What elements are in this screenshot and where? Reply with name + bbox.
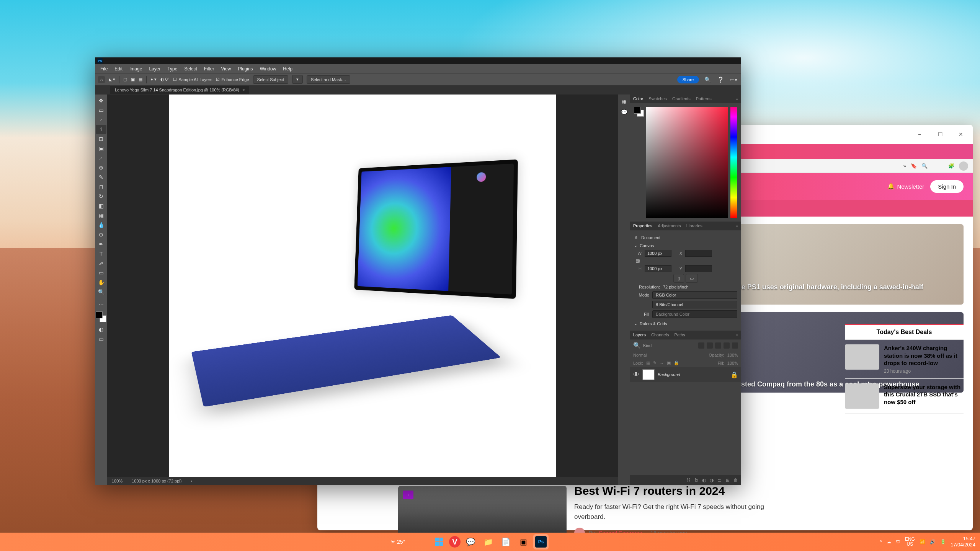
ps-titlebar[interactable]: Ps (95, 57, 741, 64)
filter-adjustment-icon[interactable] (707, 342, 713, 349)
hue-slider[interactable] (730, 107, 737, 218)
selection-mode-subtract-icon[interactable]: ▤ (139, 77, 142, 82)
maximize-button[interactable]: ☐ (931, 128, 949, 140)
menu-select[interactable]: Select (181, 65, 200, 72)
clock[interactable]: 15:47 17/04/2024 (951, 536, 975, 548)
close-tab-icon[interactable]: × (242, 88, 245, 92)
weather-widget[interactable]: ☀25° (390, 539, 405, 545)
battery-tray-icon[interactable]: 🔋 (940, 539, 946, 544)
collapsed-panel-icon[interactable]: ▦ (619, 97, 629, 106)
crop-tool-icon[interactable]: ⊡ (96, 134, 106, 143)
security-tray-icon[interactable]: 🛡 (896, 539, 900, 544)
filter-smart-icon[interactable] (732, 342, 738, 349)
menu-help[interactable]: Help (280, 65, 296, 72)
visibility-eye-icon[interactable]: 👁 (633, 371, 639, 378)
collapsed-panel-icon[interactable]: 💬 (619, 108, 629, 117)
delete-layer-icon[interactable]: 🗑 (733, 478, 738, 483)
tab-libraries[interactable]: Libraries (686, 223, 702, 228)
help-icon[interactable]: ❔ (716, 75, 725, 84)
new-layer-icon[interactable]: ⊞ (726, 478, 730, 483)
notepad-pinned-icon[interactable]: 📄 (498, 534, 513, 549)
search-icon[interactable]: 🔍 (921, 163, 928, 169)
tab-properties[interactable]: Properties (633, 223, 652, 228)
sample-all-layers-checkbox[interactable]: ☐Sample All Layers (173, 77, 212, 82)
move-tool-icon[interactable]: ✥ (96, 96, 106, 105)
article-hero-image[interactable]: + (398, 486, 567, 536)
start-button[interactable] (431, 534, 447, 549)
minimize-button[interactable]: − (911, 128, 928, 140)
width-input[interactable] (645, 250, 671, 257)
fill-select[interactable]: Background Color (652, 310, 737, 318)
home-icon[interactable]: ⌂ (98, 76, 105, 83)
signin-button[interactable]: Sign In (930, 180, 964, 193)
eraser-tool-icon[interactable]: ◧ (96, 201, 106, 210)
menu-window[interactable]: Window (257, 65, 279, 72)
group-icon[interactable]: 🗀 (717, 478, 722, 483)
x-input[interactable] (685, 250, 712, 257)
zoom-level[interactable]: 100% (112, 479, 122, 483)
enhance-edge-checkbox[interactable]: ☑Enhance Edge (216, 77, 249, 82)
status-arrow-icon[interactable]: › (191, 479, 192, 483)
document-canvas[interactable] (169, 95, 556, 477)
history-brush-icon[interactable]: ↻ (96, 192, 106, 201)
layer-name[interactable]: Background (658, 372, 680, 377)
pen-tool-icon[interactable]: ✒ (96, 240, 106, 249)
search-icon[interactable]: 🔍 (703, 75, 712, 84)
tool-dropdown-icon[interactable]: ◣ ▾ (109, 77, 115, 82)
menu-filter[interactable]: Filter (201, 65, 217, 72)
newsletter-button[interactable]: 🔔Newsletter (887, 183, 924, 190)
menu-image[interactable]: Image (126, 65, 145, 72)
tab-layers[interactable]: Layers (633, 333, 646, 337)
tab-adjustments[interactable]: Adjustments (658, 223, 681, 228)
workspace-icon[interactable]: ▭▾ (729, 75, 738, 84)
zoom-tool-icon[interactable]: 🔍 (96, 287, 106, 297)
bits-select[interactable]: 8 Bits/Channel (652, 301, 737, 308)
filter-type-icon[interactable] (715, 342, 721, 349)
onedrive-tray-icon[interactable]: ☁ (887, 539, 891, 544)
blur-tool-icon[interactable]: 💧 (96, 220, 106, 230)
tab-patterns[interactable]: Patterns (696, 96, 712, 101)
mode-select[interactable]: RGB Color (652, 291, 737, 299)
panel-menu-icon[interactable]: ≡ (736, 96, 738, 101)
volume-tray-icon[interactable]: 🔊 (930, 539, 936, 544)
close-button[interactable]: ✕ (952, 128, 970, 140)
foreground-background-colors[interactable] (96, 311, 106, 322)
lock-transparency-icon[interactable]: ▦ (646, 360, 650, 365)
dodge-tool-icon[interactable]: ⊙ (96, 230, 106, 239)
article-title[interactable]: Best Wi-Fi 7 routers in 2024 (574, 484, 789, 497)
y-input[interactable] (685, 265, 712, 272)
more-tools-icon[interactable]: ⋯ (96, 300, 106, 309)
opacity-value[interactable]: 100% (727, 353, 738, 357)
quick-select-tool-icon[interactable]: ⟟ (96, 125, 106, 134)
doc-dimensions[interactable]: 1000 px x 1000 px (72 ppi) (132, 479, 181, 483)
terminal-pinned-icon[interactable]: ▣ (516, 534, 531, 549)
menu-view[interactable]: View (218, 65, 234, 72)
stamp-tool-icon[interactable]: ⊓ (96, 182, 106, 191)
select-subject-button[interactable]: Select Subject (253, 75, 288, 84)
vivaldi-pinned-icon[interactable]: V (449, 536, 461, 548)
type-tool-icon[interactable]: T (96, 249, 106, 258)
lock-all-icon[interactable]: 🔒 (674, 360, 679, 365)
screenmode-icon[interactable]: ▭ (96, 334, 106, 344)
menu-layer[interactable]: Layer (146, 65, 163, 72)
blend-mode-select[interactable]: Normal (633, 353, 647, 357)
marquee-tool-icon[interactable]: ▭ (96, 106, 106, 115)
layer-row-background[interactable]: 👁 Background 🔒 (630, 367, 741, 382)
menu-file[interactable]: File (97, 65, 111, 72)
lock-position-icon[interactable]: ↔ (660, 361, 664, 365)
brush-angle-icon[interactable]: ◐ 0° (160, 77, 170, 82)
fill-opacity-value[interactable]: 100% (727, 361, 738, 365)
wifi-tray-icon[interactable]: 📶 (920, 539, 925, 544)
menu-type[interactable]: Type (164, 65, 180, 72)
tab-gradients[interactable]: Gradients (672, 96, 691, 101)
healing-tool-icon[interactable]: ⊕ (96, 163, 106, 172)
hand-tool-icon[interactable]: ✋ (96, 278, 106, 287)
panel-menu-icon[interactable]: ≡ (736, 333, 738, 337)
foreground-color-swatch[interactable] (96, 311, 103, 318)
select-and-mask-button[interactable]: Select and Mask… (307, 75, 350, 84)
tab-swatches[interactable]: Swatches (648, 96, 667, 101)
tab-channels[interactable]: Channels (651, 333, 669, 337)
lasso-tool-icon[interactable]: ⟋ (96, 115, 106, 124)
shape-tool-icon[interactable]: ▭ (96, 268, 106, 277)
lock-icon[interactable]: 🔒 (730, 371, 738, 378)
